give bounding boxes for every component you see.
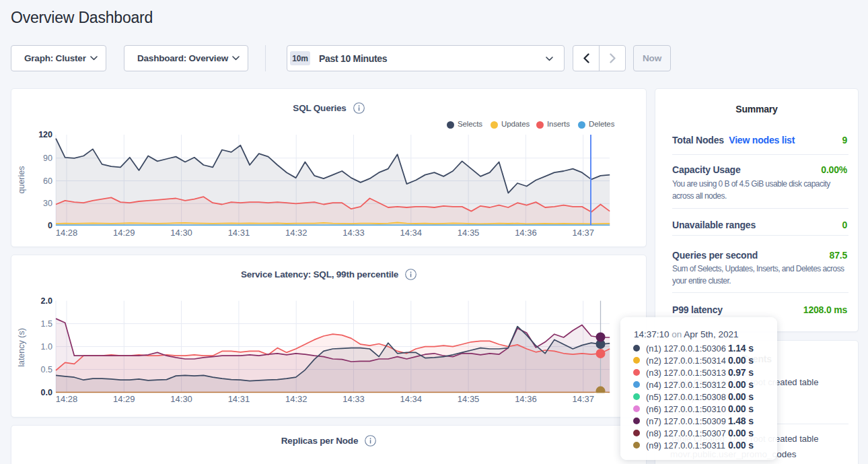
svg-text:1.5: 1.5: [41, 319, 52, 329]
svg-text:14:35: 14:35: [458, 228, 480, 238]
svg-text:14:31: 14:31: [228, 228, 250, 238]
svg-text:120: 120: [38, 130, 52, 139]
svg-text:0.5: 0.5: [41, 365, 52, 374]
svg-text:1.0: 1.0: [41, 342, 52, 352]
svg-text:14:37: 14:37: [572, 394, 594, 404]
svg-text:14:37: 14:37: [572, 228, 594, 238]
svg-text:30: 30: [43, 199, 52, 208]
svg-text:14:28: 14:28: [56, 394, 78, 404]
svg-text:60: 60: [43, 176, 52, 186]
svg-text:14:34: 14:34: [400, 228, 423, 238]
svg-text:14:29: 14:29: [113, 394, 135, 404]
svg-text:14:32: 14:32: [285, 228, 308, 238]
svg-text:2.0: 2.0: [41, 296, 52, 306]
svg-text:14:30: 14:30: [170, 394, 192, 404]
svg-text:14:33: 14:33: [342, 228, 365, 238]
svg-text:90: 90: [43, 154, 52, 163]
svg-text:14:35: 14:35: [458, 394, 480, 404]
svg-text:latency (s): latency (s): [17, 328, 26, 367]
svg-text:14:28: 14:28: [56, 228, 78, 238]
svg-text:14:31: 14:31: [228, 394, 250, 404]
svg-text:queries: queries: [17, 166, 26, 194]
svg-text:14:36: 14:36: [515, 228, 537, 238]
svg-text:0.0: 0.0: [41, 388, 52, 397]
svg-text:14:30: 14:30: [170, 228, 192, 238]
svg-text:0: 0: [48, 221, 52, 230]
svg-text:14:29: 14:29: [113, 228, 135, 238]
svg-text:14:33: 14:33: [342, 394, 365, 404]
svg-text:14:36: 14:36: [515, 394, 537, 404]
svg-text:14:34: 14:34: [400, 394, 423, 404]
svg-text:14:32: 14:32: [285, 394, 308, 404]
